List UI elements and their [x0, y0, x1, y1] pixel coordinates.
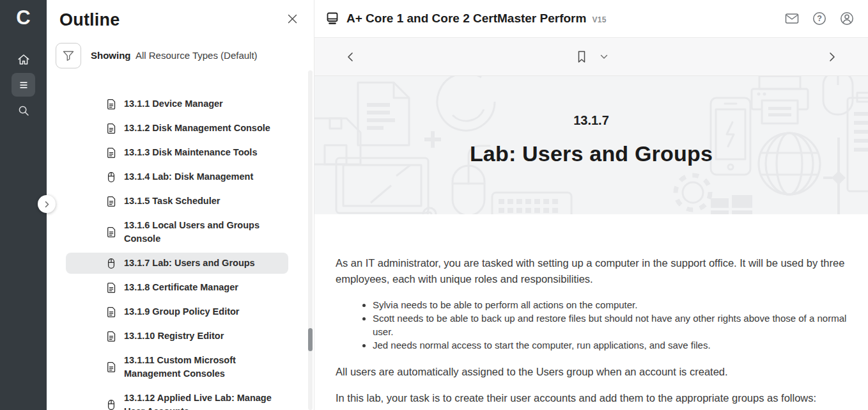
bookmark-button[interactable]: [575, 49, 589, 65]
outline-item[interactable]: 13.1.5 Task Scheduler: [66, 191, 288, 212]
help-button[interactable]: ?: [811, 10, 828, 27]
search-button[interactable]: [12, 99, 35, 122]
chevron-right-icon: [43, 201, 50, 208]
document-icon: [105, 306, 117, 318]
outline-item-label: 13.1.9 Group Policy Editor: [124, 305, 240, 319]
main-area: A+ Core 1 and Core 2 CertMaster Perform …: [314, 0, 868, 410]
outline-list-icon: [17, 78, 31, 92]
help-icon: ?: [811, 10, 828, 27]
outline-item[interactable]: 13.1.4 Lab: Disk Management: [66, 166, 288, 187]
decor-windows-icon: [711, 194, 753, 214]
bookmark-icon: [575, 49, 589, 65]
outline-item-label: 13.1.10 Registry Editor: [124, 329, 224, 343]
lesson-task-paragraph: In this lab, your task is to create thei…: [336, 390, 851, 406]
outline-list: 13.1.1 Device Manager 13.1.2 Disk Manage…: [66, 93, 288, 410]
requirement-item: Jed needs normal access to start the com…: [373, 338, 851, 352]
next-lesson-button[interactable]: [825, 51, 838, 63]
mouse-icon: [105, 171, 117, 183]
requirement-item: Scott needs to be able to back up and re…: [373, 311, 851, 338]
outline-item-label: 13.1.3 Disk Maintenance Tools: [124, 146, 257, 159]
lesson-hero-banner: 13.1.7 Lab: Users and Groups: [314, 76, 868, 214]
outline-item[interactable]: 13.1.11 Custom Microsoft Management Cons…: [66, 350, 288, 384]
outline-item-label: 13.1.5 Task Scheduler: [124, 194, 220, 208]
bookmark-menu-button[interactable]: [600, 54, 608, 59]
course-version-badge: V15: [592, 13, 606, 24]
document-icon: [105, 361, 117, 373]
outline-scrollbar-track: [308, 70, 313, 410]
caret-down-icon: [600, 54, 608, 59]
outline-item[interactable]: 13.1.8 Certificate Manager: [66, 277, 288, 298]
envelope-icon: [784, 10, 800, 27]
outline-item-label: 13.1.4 Lab: Disk Management: [124, 170, 253, 184]
account-button[interactable]: [839, 10, 855, 27]
decor-plug-icon: [417, 201, 442, 214]
outline-item[interactable]: 13.1.1 Device Manager: [66, 93, 288, 114]
outline-item[interactable]: 13.1.6 Local Users and Groups Console: [66, 215, 288, 249]
lesson-content: As an IT administrator, you are tasked w…: [314, 214, 868, 406]
lesson-intro-paragraph: As an IT administrator, you are tasked w…: [336, 255, 851, 287]
decor-keyboard-icon: [491, 190, 573, 214]
close-outline-button[interactable]: [286, 13, 298, 25]
lesson-requirements-list: Sylvia needs to be able to perform all a…: [373, 298, 851, 352]
previous-lesson-button[interactable]: [345, 51, 357, 63]
chevron-left-icon: [345, 51, 357, 63]
document-icon: [105, 99, 117, 110]
course-device-icon: [325, 11, 340, 26]
chevron-right-icon: [825, 51, 838, 63]
mouse-icon: [105, 399, 117, 410]
lesson-number: 13.1.7: [314, 76, 868, 128]
outline-title: Outline: [59, 10, 120, 30]
search-icon: [17, 104, 31, 118]
filter-button[interactable]: [56, 43, 81, 68]
document-icon: [105, 282, 117, 294]
outline-item[interactable]: 13.1.3 Disk Maintenance Tools: [66, 142, 288, 163]
home-button[interactable]: [12, 47, 35, 71]
outline-item[interactable]: 13.1.10 Registry Editor: [66, 326, 288, 347]
outline-item[interactable]: 13.1.9 Group Policy Editor: [66, 301, 288, 322]
outline-item-label: 13.1.6 Local Users and Groups Console: [124, 219, 283, 246]
lesson-users-group-paragraph: All users are automatically assigned to …: [336, 364, 851, 380]
mouse-icon: [105, 258, 117, 269]
comptia-logo: C: [0, 0, 47, 36]
outline-item-label: 13.1.11 Custom Microsoft Management Cons…: [124, 354, 283, 381]
svg-text:?: ?: [817, 14, 822, 23]
close-icon: [286, 13, 298, 25]
document-icon: [105, 196, 117, 207]
home-icon: [17, 52, 31, 67]
outline-panel: Outline Showing All Resource Types (Defa…: [47, 0, 314, 410]
course-title: A+ Core 1 and Core 2 CertMaster Perform: [346, 12, 586, 26]
outline-item[interactable]: 13.1.7 Lab: Users and Groups: [66, 253, 288, 274]
lesson-title: Lab: Users and Groups: [314, 141, 868, 166]
outline-item-label: 13.1.7 Lab: Users and Groups: [124, 256, 255, 270]
funnel-icon: [61, 49, 75, 63]
document-icon: [105, 226, 117, 238]
document-icon: [105, 147, 117, 159]
outline-item-label: 13.1.12 Applied Live Lab: Manage User Ac…: [124, 391, 283, 410]
outline-toggle-button[interactable]: [12, 73, 35, 97]
document-icon: [105, 123, 117, 134]
outline-item-label: 13.1.2 Disk Management Console: [124, 122, 270, 135]
document-icon: [105, 331, 117, 342]
outline-item-label: 13.1.1 Device Manager: [124, 97, 223, 111]
account-icon: [839, 10, 855, 27]
outline-scrollbar-thumb[interactable]: [308, 328, 313, 351]
lesson-navbar: [314, 38, 868, 76]
course-header: A+ Core 1 and Core 2 CertMaster Perform …: [314, 0, 868, 38]
filter-showing-label: Showing: [91, 50, 131, 61]
panel-collapse-button[interactable]: [38, 195, 56, 213]
filter-current-value: All Resource Types (Default): [136, 50, 258, 61]
messages-button[interactable]: [784, 10, 800, 27]
outline-item[interactable]: 13.1.12 Applied Live Lab: Manage User Ac…: [66, 388, 288, 410]
outline-item[interactable]: 13.1.2 Disk Management Console: [66, 118, 288, 139]
requirement-item: Sylvia needs to be able to perform all a…: [373, 298, 851, 311]
outline-item-label: 13.1.8 Certificate Manager: [124, 281, 238, 294]
